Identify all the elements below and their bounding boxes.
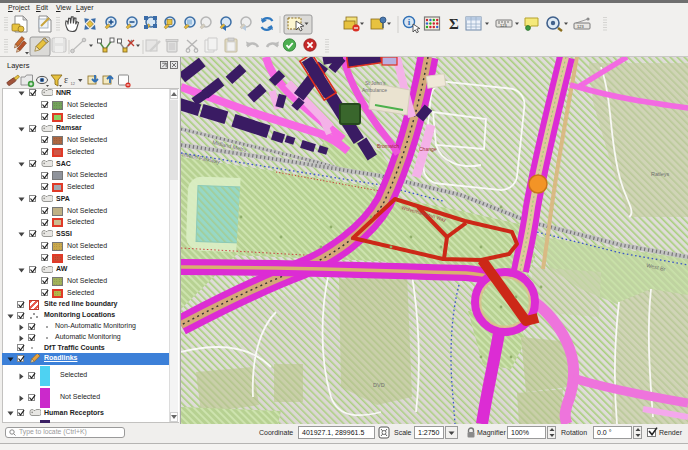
svg-text:12: 12 bbox=[71, 81, 76, 86]
svg-text:Bromwich: Bromwich bbox=[377, 143, 399, 149]
svg-text:St John’s: St John’s bbox=[365, 80, 386, 86]
svg-text:Ratleys: Ratleys bbox=[651, 171, 670, 177]
svg-text:ε: ε bbox=[64, 74, 68, 85]
svg-text:Σ: Σ bbox=[449, 16, 459, 32]
svg-text:Change: Change bbox=[419, 146, 437, 152]
svg-text:Ambulance: Ambulance bbox=[362, 87, 387, 93]
svg-text:DVD: DVD bbox=[373, 382, 385, 388]
svg-text:123: 123 bbox=[500, 23, 507, 28]
svg-text:123: 123 bbox=[577, 24, 584, 29]
